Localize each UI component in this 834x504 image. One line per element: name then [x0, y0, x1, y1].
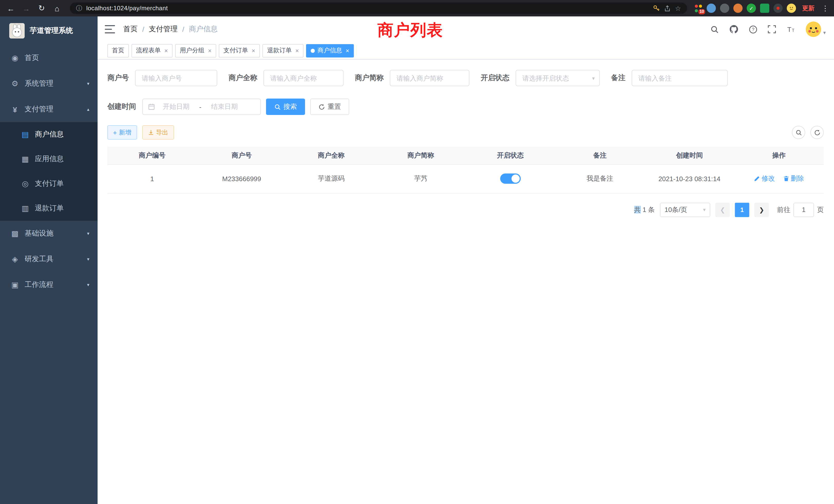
fullscreen-icon[interactable] [768, 25, 776, 33]
browser-back-icon[interactable]: ← [5, 4, 17, 13]
pay-order-icon: ◎ [21, 179, 30, 188]
hamburger-icon[interactable] [105, 25, 115, 33]
page-number-button[interactable]: 1 [735, 203, 749, 217]
extension-dark-icon[interactable] [720, 4, 729, 13]
refresh-icon [319, 104, 325, 110]
refresh-table-icon[interactable] [810, 126, 824, 139]
remark-input[interactable] [632, 70, 728, 86]
help-icon[interactable]: ? [749, 25, 758, 33]
tag-tab-merchant-info[interactable]: 商户信息× [306, 44, 354, 57]
merchant-no-input[interactable] [135, 70, 217, 86]
url-text: localhost:1024/pay/merchant [86, 5, 649, 12]
column-full-name: 商户全称 [287, 147, 376, 164]
sidebar-item-dev-tools[interactable]: ◈ 研发工具 ▾ [0, 246, 97, 272]
font-size-icon[interactable]: TT [786, 25, 795, 33]
status-select[interactable] [515, 70, 600, 86]
sidebar-item-infrastructure[interactable]: ▩ 基础设施 ▾ [0, 221, 97, 246]
close-icon[interactable]: × [164, 47, 168, 54]
browser-home-icon[interactable]: ⌂ [51, 4, 63, 13]
share-icon[interactable] [664, 5, 671, 12]
browser-forward-icon[interactable]: → [21, 4, 32, 13]
reset-button[interactable]: 重置 [310, 98, 349, 115]
browser-menu-icon[interactable]: ⋮ [822, 4, 829, 12]
cell-full-name: 芋道源码 [287, 164, 376, 193]
filter-merchant-no: 商户号 [107, 70, 217, 86]
tag-tab-refund-order[interactable]: 退款订单× [262, 44, 304, 57]
extension-drop-icon[interactable] [707, 4, 716, 13]
create-time-range-picker[interactable]: 开始日期 - 结束日期 [142, 98, 261, 115]
site-info-icon[interactable]: ⓘ [76, 4, 82, 13]
close-icon[interactable]: × [346, 47, 349, 54]
add-button[interactable]: + 新增 [107, 125, 137, 140]
sidebar-item-payment[interactable]: ¥ 支付管理 ▴ [0, 96, 97, 122]
user-avatar-menu[interactable]: ▾ [806, 22, 826, 37]
close-icon[interactable]: × [251, 47, 255, 54]
goto-page-input[interactable] [793, 203, 814, 217]
extension-pinwheel-icon[interactable] [773, 4, 783, 13]
breadcrumb-home[interactable]: 首页 [123, 25, 138, 34]
tag-tab-user-group[interactable]: 用户分组× [175, 44, 216, 57]
close-icon[interactable]: × [295, 47, 299, 54]
search-button[interactable]: 搜索 [266, 98, 305, 115]
sidebar-item-app-info[interactable]: ▦ 应用信息 [0, 147, 97, 171]
next-page-button[interactable]: ❯ [754, 203, 769, 217]
page-content: 商户号 商户全称 商户简称 开启状态 ▾ [97, 60, 834, 217]
github-icon[interactable] [729, 25, 739, 34]
download-icon [148, 129, 154, 136]
prev-page-button[interactable]: ❮ [716, 203, 730, 217]
cell-actions: 修改 删除 [734, 164, 824, 193]
tags-view-bar: 首页 流程表单× 用户分组× 支付订单× 退款订单× 商户信息× [97, 42, 834, 60]
extension-green-square-icon[interactable] [760, 4, 769, 13]
page-size-select[interactable]: 10条/页 ▾ [660, 203, 710, 217]
close-icon[interactable]: × [208, 47, 212, 54]
edit-pencil-icon [754, 176, 760, 182]
merchant-name-input[interactable] [263, 70, 344, 86]
extension-avatar-icon[interactable] [733, 4, 743, 13]
browser-toolbar: ← → ↻ ⌂ ⓘ localhost:1024/pay/merchant ☆ … [0, 0, 834, 17]
bookmark-star-icon[interactable]: ☆ [675, 4, 681, 12]
avatar [806, 22, 821, 37]
status-toggle[interactable] [500, 174, 521, 184]
sidebar-item-merchant-info[interactable]: ▤ 商户信息 [0, 122, 97, 147]
extension-smiley-icon[interactable] [787, 4, 796, 13]
merchant-short-name-input[interactable] [390, 70, 469, 86]
table-row: 1 M233666999 芋道源码 芋艿 我是备注 2021-10-23 08:… [107, 164, 824, 193]
breadcrumb-current: 商户信息 [189, 25, 218, 34]
tools-icon: ◈ [10, 255, 20, 264]
cell-merchant-id: 1 [107, 164, 197, 193]
breadcrumb-payment[interactable]: 支付管理 [149, 25, 178, 34]
svg-text:T: T [792, 28, 794, 32]
sidebar-item-home[interactable]: ◉ 首页 [0, 45, 97, 71]
payment-submenu: ▤ 商户信息 ▦ 应用信息 ◎ 支付订单 ▥ 退款订单 [0, 122, 97, 221]
breadcrumb: 首页 / 支付管理 / 商户信息 [123, 25, 218, 34]
sidebar-item-pay-order[interactable]: ◎ 支付订单 [0, 171, 97, 196]
export-button[interactable]: 导出 [142, 125, 174, 140]
extensions-icon[interactable]: 10 [694, 4, 703, 12]
delete-button[interactable]: 删除 [783, 174, 804, 183]
column-merchant-no: 商户号 [197, 147, 287, 164]
caret-down-icon: ▾ [823, 29, 826, 35]
logo-avatar-image [9, 23, 25, 39]
browser-reload-icon[interactable]: ↻ [36, 4, 47, 13]
sidebar-item-workflow[interactable]: ▣ 工作流程 ▾ [0, 272, 97, 298]
toggle-search-icon[interactable] [792, 126, 805, 139]
extensions-badge: 10 [698, 9, 705, 14]
sidebar-item-refund-order[interactable]: ▥ 退款订单 [0, 196, 97, 221]
sidebar-item-system[interactable]: ⚙ 系统管理 ▾ [0, 71, 97, 96]
browser-update-button[interactable]: 更新 [802, 4, 814, 13]
app-logo[interactable]: 芋道管理系统 [0, 17, 97, 45]
address-bar[interactable]: ⓘ localhost:1024/pay/merchant ☆ [70, 3, 687, 14]
merchant-table: 商户编号 商户号 商户全称 商户简称 开启状态 备注 创建时间 操作 1 M23… [107, 147, 824, 193]
chevron-down-icon: ▾ [87, 257, 89, 262]
extension-check-icon[interactable]: ✓ [747, 4, 756, 13]
tag-tab-pay-order[interactable]: 支付订单× [219, 44, 260, 57]
tag-tab-home[interactable]: 首页 [107, 44, 129, 57]
chevron-down-icon: ▾ [87, 282, 89, 288]
password-key-icon[interactable] [653, 5, 660, 12]
search-icon [274, 104, 281, 110]
search-icon[interactable] [710, 25, 719, 33]
edit-button[interactable]: 修改 [754, 174, 775, 183]
toolbar-right-icons [792, 126, 824, 139]
filter-create-time: 创建时间 开始日期 - 结束日期 [107, 98, 261, 115]
tag-tab-process-form[interactable]: 流程表单× [131, 44, 173, 57]
